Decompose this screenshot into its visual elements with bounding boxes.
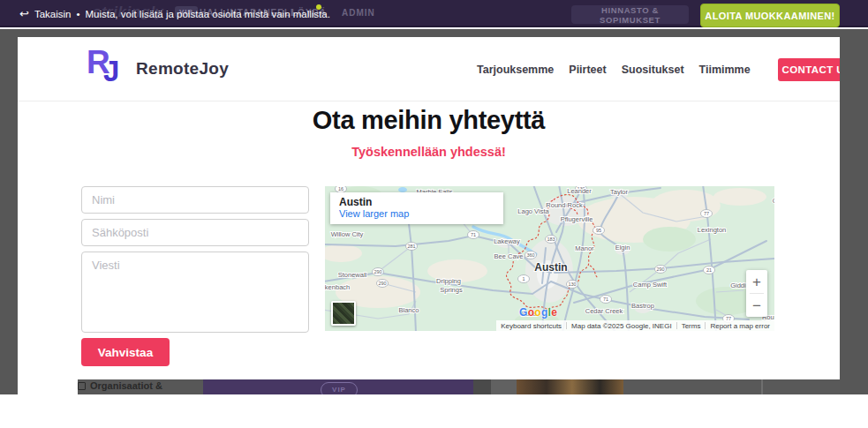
pricing-button[interactable]: HINNASTO & SOPIMUKSET bbox=[571, 5, 689, 24]
map-label: Lexington bbox=[698, 226, 727, 234]
map-label: Blanco bbox=[399, 306, 419, 314]
route-shield-number: 290 bbox=[378, 281, 386, 286]
strip-gray-block bbox=[491, 379, 517, 394]
section-checkbox-label[interactable]: Organisaatiot & bbox=[78, 380, 162, 391]
route-shield-number: 16 bbox=[338, 186, 343, 191]
page-subtitle: Työskennellään yhdessä! bbox=[18, 145, 840, 159]
site-preview-page: R J RemoteJoy Tarjouksemme Piirteet Suos… bbox=[18, 37, 840, 379]
back-link[interactable]: Takaisin bbox=[34, 9, 72, 19]
message-textarea[interactable] bbox=[81, 252, 309, 333]
strip-gray-block bbox=[623, 379, 840, 394]
map-label: Elgin bbox=[615, 244, 630, 252]
google-logo-letter: G bbox=[519, 306, 528, 319]
route-shield-number: 290 bbox=[656, 267, 664, 272]
google-logo-letter: g bbox=[541, 306, 548, 319]
map-attribution: Keyboard shortcuts Map data ©2025 Google… bbox=[496, 320, 774, 331]
notice-separator: • bbox=[76, 9, 79, 19]
screen: strikingly VIP HALLINTAPANEELI LÖYDÄ ADM… bbox=[0, 0, 868, 428]
monogram-j: J bbox=[103, 56, 119, 86]
route-shield-number: 71 bbox=[471, 232, 476, 237]
map-zoom-in-button[interactable]: + bbox=[746, 270, 767, 293]
google-logo-letter: o bbox=[534, 306, 541, 319]
route-shield-number: 360 bbox=[526, 252, 534, 258]
topnav-admin[interactable]: ADMIN bbox=[342, 8, 375, 18]
back-notice: ↩ Takaisin • Muista, voit lisätä ja pois… bbox=[19, 0, 330, 27]
map-label: Bastrop bbox=[631, 302, 654, 310]
map-label: Dripping bbox=[436, 277, 461, 285]
google-logo-letter: e bbox=[551, 306, 557, 319]
name-input[interactable] bbox=[81, 186, 309, 214]
map-infobox: Austin View larger map bbox=[330, 192, 503, 224]
map-zoom-out-button[interactable]: − bbox=[746, 294, 767, 317]
site-logo[interactable]: R J RemoteJoy bbox=[87, 46, 229, 92]
strip-photo-thumbnail bbox=[517, 379, 623, 394]
rj-monogram-icon: R J bbox=[87, 46, 127, 92]
email-input[interactable] bbox=[81, 219, 309, 246]
section-label-text: Organisaatiot & bbox=[90, 380, 162, 391]
page-title: Ota meihin yhteyttä bbox=[18, 106, 840, 135]
nav-suositukset[interactable]: Suositukset bbox=[622, 64, 684, 76]
start-editing-button[interactable]: ALOITA MUOKKAAMINEN! bbox=[700, 4, 840, 27]
route-shield-number: 130 bbox=[568, 282, 576, 287]
strip-vip-badge: VIP bbox=[321, 382, 358, 394]
map-label: Stonewall bbox=[338, 271, 367, 279]
keyboard-shortcuts-link[interactable]: Keyboard shortcuts bbox=[496, 322, 566, 330]
strip-white-gap bbox=[18, 379, 78, 394]
site-header: R J RemoteJoy Tarjouksemme Piirteet Suos… bbox=[18, 37, 840, 101]
satellite-view-thumbnail[interactable] bbox=[331, 301, 356, 326]
map-label: Manor bbox=[575, 244, 594, 252]
site-nav: Tarjouksemme Piirteet Suositukset Tiimim… bbox=[477, 37, 840, 101]
route-shield-number: 1 bbox=[522, 276, 525, 282]
route-shield-number: 95 bbox=[596, 228, 601, 233]
strip-divider-line bbox=[761, 379, 763, 394]
report-map-error-link[interactable]: Report a map error bbox=[706, 322, 774, 330]
map-label: Springs bbox=[440, 286, 463, 294]
contact-us-button[interactable]: CONTACT US bbox=[778, 58, 840, 81]
map-label: Austin bbox=[534, 261, 567, 274]
route-shield-number: 290 bbox=[374, 269, 381, 274]
map-label: Willow City bbox=[331, 230, 364, 238]
view-larger-map-link[interactable]: View larger map bbox=[339, 208, 494, 219]
editor-topbar: strikingly VIP HALLINTAPANEELI LÖYDÄ ADM… bbox=[0, 0, 868, 27]
map-label: Lakeway bbox=[494, 237, 520, 245]
terms-link[interactable]: Terms bbox=[677, 322, 706, 330]
cutoff-next-section: Organisaatiot & VIP bbox=[18, 379, 840, 394]
google-logo[interactable]: Google bbox=[519, 306, 557, 319]
map-label: Round Rock bbox=[546, 201, 583, 209]
checkbox-icon bbox=[78, 382, 86, 390]
map-label: Pflugerville bbox=[561, 215, 593, 223]
nav-tiimimme[interactable]: Tiimimme bbox=[699, 64, 751, 76]
map-label: Leander bbox=[567, 187, 592, 195]
route-shield-number: 21 bbox=[706, 267, 712, 273]
submit-button[interactable]: Vahvistaa bbox=[81, 338, 170, 366]
map-zoom-control: + − bbox=[746, 270, 767, 317]
route-shield-number: 281 bbox=[407, 244, 415, 249]
site-logo-text: RemoteJoy bbox=[136, 59, 229, 79]
map-label: Taylor bbox=[610, 188, 629, 196]
bottom-band bbox=[0, 394, 868, 428]
route-shield-number: 183 bbox=[547, 237, 555, 242]
strip-gray-block bbox=[473, 379, 491, 394]
map-label: Caldwell bbox=[773, 197, 774, 205]
map-data-text: Map data ©2025 Google, INEGI bbox=[567, 322, 676, 330]
notice-text: Muista, voit lisätä ja poistaa osioita m… bbox=[86, 9, 330, 19]
map-label: Lago Vista bbox=[517, 207, 549, 215]
map-infobox-title: Austin bbox=[339, 196, 494, 208]
map-label: Bee Cave bbox=[494, 252, 524, 260]
nav-piirteet[interactable]: Piirteet bbox=[569, 64, 606, 76]
map-label: Luckenbach bbox=[325, 283, 350, 291]
route-shield-number: 71 bbox=[603, 297, 608, 302]
back-arrow-icon[interactable]: ↩ bbox=[19, 7, 29, 20]
nav-tarjouksemme[interactable]: Tarjouksemme bbox=[477, 64, 554, 76]
map-label: Camp Swift bbox=[633, 281, 668, 289]
google-map[interactable]: 161307728171183360952902902902111307177 … bbox=[325, 186, 774, 331]
map-label: Cedar Creek bbox=[585, 307, 623, 315]
route-shield-number: 77 bbox=[704, 211, 709, 216]
strip-purple-panel: VIP bbox=[203, 379, 473, 394]
